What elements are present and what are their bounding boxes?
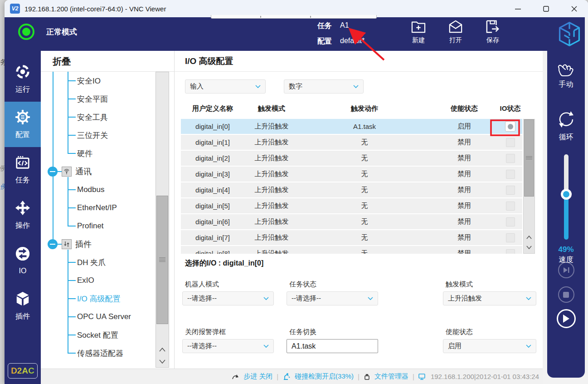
stop-button[interactable] <box>558 286 574 303</box>
chevron-down-icon <box>263 297 269 300</box>
form-input--[interactable] <box>287 339 378 353</box>
cell-name: digital_in[6] <box>181 218 244 226</box>
tree-item-label: 插件 <box>75 239 92 250</box>
play-button[interactable] <box>557 309 576 328</box>
table-row-digital_in-0-[interactable]: digital_in[0]上升沿触发A1.task启用 <box>181 119 522 135</box>
tree-item-exio[interactable]: ExIO <box>41 271 174 290</box>
form-select--[interactable]: 启用 <box>443 339 536 353</box>
tree-item-i-o-[interactable]: I/O 高级配置 <box>41 290 174 308</box>
table-row-digital_in-7-[interactable]: digital_in[7]上升沿触发无禁用 <box>181 230 522 246</box>
table-row-digital_in-2-[interactable]: digital_in[2]上升沿触发无禁用 <box>181 151 522 167</box>
manual-mode-button[interactable]: 手动 <box>547 61 585 89</box>
step-forward-button[interactable] <box>558 262 574 278</box>
tree-item-socket-[interactable]: Socket 配置 <box>41 326 174 344</box>
table-scrollbar[interactable] <box>523 119 535 254</box>
tree-item--[interactable]: 三位开关 <box>41 126 174 144</box>
speed-slider-handle[interactable] <box>561 189 572 200</box>
nav-item-label: 插件 <box>15 312 30 321</box>
column-header: IO状态 <box>498 104 522 113</box>
collapse-minus-icon[interactable] <box>48 167 58 177</box>
table-scrollbar-thumb[interactable] <box>524 119 534 197</box>
form-label--: 任务状态 <box>289 280 316 289</box>
tree-scrollbar-thumb[interactable] <box>156 196 168 324</box>
header-action-new[interactable]: 新建 <box>408 20 429 44</box>
tree-item--[interactable]: 安全工具 <box>41 108 174 126</box>
nav-item-plugin[interactable]: 插件 <box>5 283 41 329</box>
table-row-digital_in-1-[interactable]: digital_in[1]上升沿触发无禁用 <box>181 135 522 151</box>
tree-scroll-down-icon[interactable] <box>156 355 169 367</box>
table-row-digital_in-4-[interactable]: digital_in[4]上升沿触发无禁用 <box>181 182 522 198</box>
chevron-down-icon <box>255 85 261 89</box>
io-type-select[interactable]: 数字 <box>284 79 364 94</box>
form-label--: 关闭报警弹框 <box>185 328 226 336</box>
tree-item-label: OPC UA Server <box>77 312 131 321</box>
speed-slider[interactable] <box>564 154 569 240</box>
tree-item--[interactable]: 通讯 <box>41 162 174 181</box>
cell-enabled: 禁用 <box>430 154 498 162</box>
form-select--[interactable]: --请选择-- <box>182 339 274 353</box>
cell-mode: 上升沿触发 <box>244 138 299 147</box>
cell-mode: 上升沿触发 <box>244 170 299 178</box>
step-toggle[interactable]: 步进 关闭 <box>243 372 272 381</box>
background-window-edge-text: 例 <box>0 182 5 191</box>
tree-branch-line <box>68 298 76 299</box>
minimize-button[interactable] <box>504 0 532 17</box>
nav-items: 运行配置任务操作IO插件 <box>5 56 41 329</box>
table-row-digital_in-3-[interactable]: digital_in[3]上升沿触发无禁用 <box>181 167 522 182</box>
io-direction-select[interactable]: 输入 <box>185 79 266 94</box>
maximize-button[interactable] <box>532 0 560 17</box>
tree-scrollbar[interactable] <box>156 72 169 368</box>
nav-item-operate[interactable]: 操作 <box>5 192 41 238</box>
chevron-down-icon <box>368 297 373 300</box>
tree-item-dh-[interactable]: DH 夹爪 <box>41 253 174 271</box>
form-label--: 使能状态 <box>446 328 473 336</box>
nav-item-task[interactable]: 任务 <box>5 147 41 192</box>
collapse-button[interactable]: 折叠 <box>41 51 174 72</box>
tree-scroll-up-icon[interactable] <box>156 344 169 355</box>
tree-item-label: 安全平面 <box>77 94 108 104</box>
form-select--[interactable]: 上升沿触发 <box>443 291 536 305</box>
file-manager-button[interactable]: 文件管理器 <box>374 372 408 381</box>
cell-io-status <box>498 151 522 166</box>
tree-item--[interactable]: 安全平面 <box>41 90 174 108</box>
tree-item-profinet[interactable]: Profinet <box>41 217 174 235</box>
collapse-minus-icon[interactable] <box>48 239 58 249</box>
tree-branch-line <box>68 280 76 281</box>
close-button[interactable] <box>560 0 588 17</box>
io-status-indicator <box>506 217 515 226</box>
nav-item-run[interactable]: 运行 <box>5 56 41 102</box>
table-scroll-up-icon[interactable] <box>524 232 535 242</box>
tree-item--[interactable]: 硬件 <box>41 144 174 162</box>
table-row-digital_in-8-[interactable]: digital_in[8]上升沿触发无禁用 <box>181 246 522 254</box>
nav-item-config[interactable]: 配置 <box>5 102 41 147</box>
form-label--: 任务切换 <box>289 328 316 336</box>
cell-name: digital_in[3] <box>181 170 244 178</box>
cell-enabled: 禁用 <box>430 202 498 210</box>
io-status-indicator <box>506 202 515 211</box>
form-select--[interactable]: --请选择-- <box>182 291 274 305</box>
table-row-digital_in-6-[interactable]: digital_in[6]上升沿触发无禁用 <box>181 214 522 230</box>
tree-item--[interactable]: 传感器适配器 <box>41 344 174 362</box>
header-action-open[interactable]: 打开 <box>445 20 466 44</box>
collision-toggle[interactable]: 碰撞检测开启(33%) <box>295 372 354 381</box>
table-scroll-down-icon[interactable] <box>524 242 535 252</box>
header-action-save[interactable]: 保存 <box>482 20 503 44</box>
tree-item--io[interactable]: 安全IO <box>41 72 174 90</box>
tree-item-label: Socket 配置 <box>77 330 118 340</box>
tree-item-modbus[interactable]: Modbus <box>41 181 174 199</box>
nav-item-io[interactable]: IO <box>5 238 41 283</box>
nav-item-label: 运行 <box>15 85 30 94</box>
robot-mode-indicator: 正常模式 <box>18 24 77 40</box>
task-label: 任务 <box>317 21 332 31</box>
tree-item-opc-ua-server[interactable]: OPC UA Server <box>41 308 174 326</box>
cell-enabled: 禁用 <box>430 217 498 226</box>
tree-item--[interactable]: 插件 <box>41 235 174 253</box>
table-row-digital_in-5-[interactable]: digital_in[5]上升沿触发无禁用 <box>181 198 522 214</box>
cycle-mode-button[interactable]: 循环 <box>547 109 585 142</box>
form-select--[interactable]: --请选择-- <box>287 291 378 305</box>
tree-branch-line <box>68 80 76 81</box>
d2ac-button[interactable]: D2AC <box>8 363 38 379</box>
form-label--: 触发模式 <box>446 280 473 289</box>
tree-item-ethernet-ip[interactable]: EtherNet/IP <box>41 199 174 217</box>
vnc-toolbar-handle[interactable] <box>211 15 377 19</box>
